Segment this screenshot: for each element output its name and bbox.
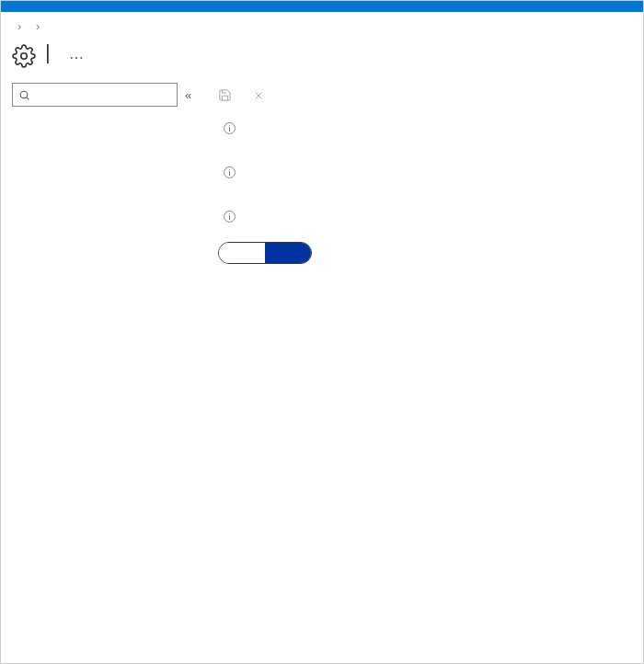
page-header: | ⋯	[1, 37, 643, 83]
self-service-toggle[interactable]	[218, 242, 312, 264]
svg-line-2	[27, 97, 29, 98]
save-button[interactable]	[218, 88, 237, 102]
breadcrumb: › ›	[1, 12, 643, 37]
info-icon[interactable]: i	[224, 211, 236, 223]
collapse-icon[interactable]: «	[185, 88, 191, 102]
close-icon	[252, 89, 265, 102]
more-icon[interactable]: ⋯	[69, 49, 84, 66]
main-content: i i i	[207, 83, 643, 636]
toggle-no[interactable]	[265, 243, 311, 263]
sidebar: «	[1, 83, 207, 636]
chevron-right-icon: ›	[36, 19, 40, 33]
top-bar	[1, 1, 643, 12]
chevron-right-icon: ›	[17, 19, 21, 33]
toggle-yes[interactable]	[219, 243, 265, 263]
discard-button[interactable]	[252, 89, 270, 102]
save-icon	[218, 88, 232, 102]
gear-icon	[12, 44, 36, 74]
search-input[interactable]	[36, 88, 171, 101]
info-icon[interactable]: i	[224, 166, 236, 178]
toolbar	[218, 83, 632, 115]
svg-point-1	[20, 91, 28, 98]
svg-point-0	[21, 53, 28, 60]
search-icon	[18, 89, 30, 101]
page-title: |	[45, 40, 51, 64]
search-input-wrapper[interactable]	[12, 83, 178, 107]
info-icon[interactable]: i	[224, 122, 236, 134]
